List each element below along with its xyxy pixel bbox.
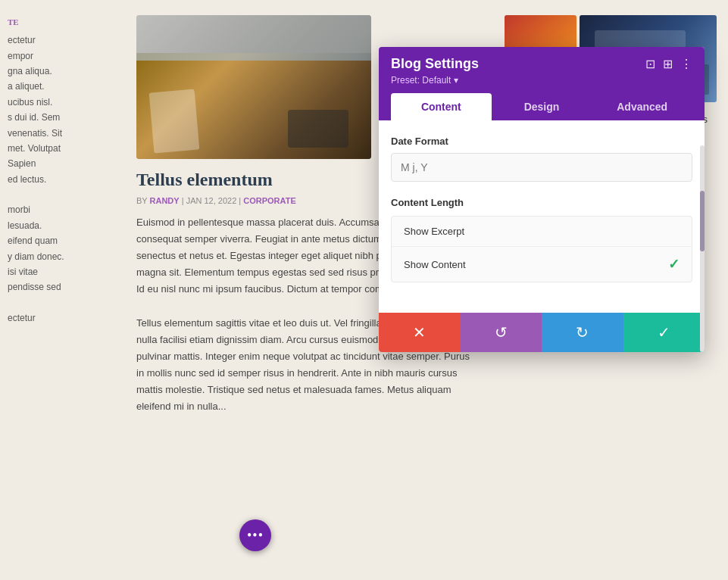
panel-title-row: Blog Settings ⊡ ⊞ ⋮ [391, 56, 692, 72]
meta-author: RANDY [150, 196, 180, 205]
panel-header: Blog Settings ⊡ ⊞ ⋮ Preset: Default ▾ Co… [379, 47, 705, 120]
show-content-check: ✓ [668, 256, 680, 273]
tab-content[interactable]: Content [391, 93, 492, 120]
save-icon: ✓ [658, 323, 670, 341]
cancel-button[interactable]: ✕ [379, 313, 461, 352]
date-format-label: Date Format [391, 136, 692, 147]
resize-icon[interactable]: ⊡ [645, 57, 655, 71]
columns-icon[interactable]: ⊞ [663, 57, 673, 71]
panel-scrollbar[interactable] [700, 145, 705, 352]
meta-by: BY [136, 196, 150, 205]
panel-tabs: Content Design Advanced [391, 93, 692, 120]
content-length-label: Content Length [391, 197, 692, 208]
show-excerpt-label: Show Excerpt [404, 226, 464, 237]
meta-sep1: | [180, 196, 186, 205]
left-text: ecteturemporgna aliqua.a aliquet.ucibus … [8, 33, 114, 326]
tab-advanced[interactable]: Advanced [592, 93, 692, 120]
show-content-label: Show Content [404, 259, 466, 270]
panel-preset[interactable]: Preset: Default ▾ [391, 75, 692, 86]
left-highlight: TE [8, 17, 19, 27]
save-button[interactable]: ✓ [623, 313, 705, 352]
tab-design[interactable]: Design [492, 93, 592, 120]
undo-icon: ↺ [495, 323, 508, 341]
blog-image [136, 15, 371, 159]
redo-button[interactable]: ↻ [542, 313, 623, 352]
panel-icon-group: ⊡ ⊞ ⋮ [645, 57, 692, 71]
meta-category: CORPORATE [243, 196, 295, 205]
undo-button[interactable]: ↺ [461, 313, 542, 352]
redo-icon: ↻ [576, 323, 589, 341]
scrollbar-thumb [700, 191, 705, 251]
action-bar: ✕ ↺ ↻ ✓ [379, 313, 705, 352]
fab-dots: ••• [247, 528, 264, 544]
preset-text: Preset: Default [391, 75, 451, 86]
content-length-radio-group: Show Excerpt Show Content ✓ [391, 216, 692, 282]
settings-panel: Blog Settings ⊡ ⊞ ⋮ Preset: Default ▾ Co… [379, 47, 705, 352]
more-icon[interactable]: ⋮ [680, 57, 692, 71]
panel-title: Blog Settings [391, 56, 479, 72]
meta-date: JAN 12, 2022 [186, 196, 237, 205]
radio-show-content[interactable]: Show Content ✓ [392, 247, 692, 282]
left-column: TE ecteturemporgna aliqua.a aliquet.ucib… [0, 0, 121, 580]
panel-body: Date Format Content Length Show Excerpt … [379, 120, 705, 313]
meta-sep2: | [236, 196, 243, 205]
date-format-input[interactable] [391, 153, 692, 182]
radio-show-excerpt[interactable]: Show Excerpt [392, 217, 692, 247]
fab-button[interactable]: ••• [239, 519, 271, 551]
preset-chevron: ▾ [454, 75, 458, 86]
cancel-icon: ✕ [413, 323, 426, 341]
